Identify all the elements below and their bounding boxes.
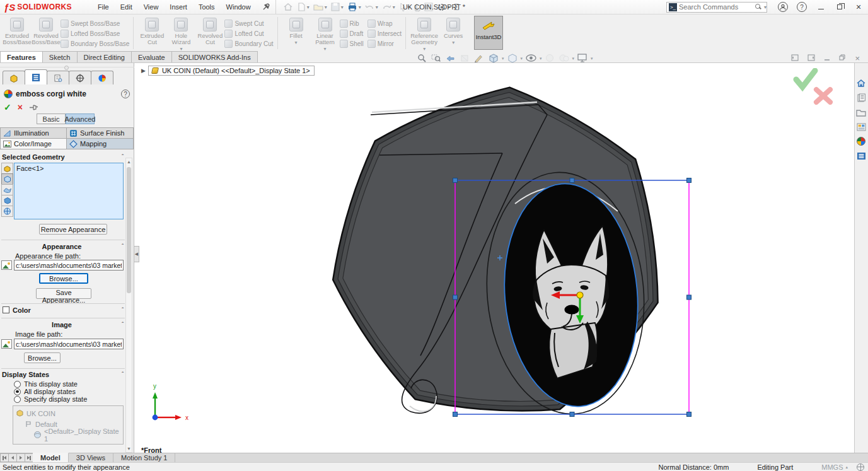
unit-system-caret[interactable]: ▴ <box>845 465 848 470</box>
propertymanager-tab[interactable] <box>25 69 47 84</box>
radio-this-display-state[interactable]: This display state <box>14 380 78 388</box>
minimize-button[interactable] <box>811 0 830 14</box>
filter-body-icon[interactable] <box>1 195 13 206</box>
menu-tools[interactable]: Tools <box>193 1 221 13</box>
tab-sketch[interactable]: Sketch <box>42 51 78 62</box>
scroll-up-icon[interactable]: ▲ <box>126 158 132 165</box>
selection-handle[interactable] <box>687 295 692 299</box>
radio-dot[interactable] <box>14 388 21 395</box>
lofted-cut-button[interactable]: Lofted Cut <box>224 28 273 38</box>
property-help-icon[interactable]: ? <box>121 90 130 98</box>
tab-direct-editing[interactable]: Direct Editing <box>77 51 132 62</box>
save-appearance-button[interactable]: Save Appearance... <box>36 288 91 299</box>
open-document-button[interactable]: ▾ <box>313 3 327 11</box>
fillet-button[interactable]: Fillet ▾ <box>282 16 311 46</box>
tree-item-display-state[interactable]: <Default>_Display State 1 <box>16 429 120 440</box>
instant3d-button[interactable]: Instant3D <box>474 16 503 50</box>
redo-button[interactable]: ▾ <box>382 3 395 11</box>
search-icon[interactable] <box>755 4 761 10</box>
extruded-cut-button[interactable]: Extruded Cut <box>137 16 166 45</box>
reference-geometry-button[interactable]: Reference Geometry ▾ <box>410 16 439 52</box>
featuremanager-tab[interactable] <box>3 71 25 84</box>
ok-check-button[interactable]: ✓ <box>4 102 11 112</box>
selection-handle[interactable] <box>570 412 574 417</box>
search-input[interactable] <box>679 3 755 11</box>
file-explorer-icon[interactable] <box>855 105 867 119</box>
unit-system-selector[interactable]: MMGS <box>821 463 843 471</box>
hide-show-items-icon[interactable] <box>526 54 536 63</box>
display-states-header[interactable]: Display States <box>2 371 49 378</box>
image-path-input[interactable] <box>14 339 124 349</box>
lofted-boss-base-button[interactable]: Lofted Boss/Base <box>61 28 129 38</box>
basic-mode-button[interactable]: Basic <box>37 113 66 124</box>
image-browse-button[interactable]: Browse... <box>24 352 61 363</box>
extruded-boss-base-button[interactable]: Extruded Boss/Base <box>3 16 32 45</box>
next-tab-button[interactable] <box>16 453 25 462</box>
tab-illumination[interactable]: Illumination <box>0 127 67 139</box>
properties-button[interactable] <box>424 3 433 11</box>
panel-splitter-handle[interactable] <box>0 67 134 69</box>
menu-file[interactable]: File <box>92 1 115 13</box>
apply-scene-caret[interactable]: ▾ <box>572 56 575 61</box>
tab-evaluate[interactable]: Evaluate <box>131 51 172 62</box>
selected-face-item[interactable]: Face<1> <box>16 165 121 172</box>
wrap-button[interactable]: Wrap <box>367 18 402 28</box>
zoom-to-area-icon[interactable] <box>431 54 441 64</box>
print-button[interactable]: ▾ <box>347 3 361 11</box>
menu-insert[interactable]: Insert <box>164 1 193 13</box>
intersect-button[interactable]: Intersect <box>367 28 402 38</box>
apply-scene-icon[interactable] <box>559 54 569 64</box>
search-commands-box[interactable]: >_ ▾ <box>666 2 767 13</box>
dynamic-annotation-icon[interactable] <box>474 54 483 64</box>
breadcrumb-box[interactable]: UK COIN (Default) <<Default>_Display Sta… <box>148 66 315 76</box>
zoom-to-fit-icon[interactable] <box>417 54 426 64</box>
scroll-down-icon[interactable]: ▼ <box>126 445 132 452</box>
image-header[interactable]: Image <box>0 321 124 329</box>
undo-button[interactable]: ▾ <box>365 3 378 11</box>
previous-tab-button[interactable] <box>8 453 17 462</box>
tab-features[interactable]: Features <box>0 51 43 62</box>
remove-appearance-button[interactable]: Remove Appearance <box>39 224 107 235</box>
rib-button[interactable]: Rib <box>340 18 364 28</box>
tab-solidworks-add-ins[interactable]: SOLIDWORKS Add-Ins <box>171 51 258 62</box>
color-checkbox[interactable] <box>3 306 9 313</box>
doc-restore-icon[interactable] <box>839 54 846 62</box>
display-states-collapse-icon[interactable]: ˆ <box>122 371 124 377</box>
filter-face-icon[interactable] <box>1 173 13 185</box>
close-button[interactable]: × <box>849 0 868 14</box>
tab-color-image[interactable]: Color/Image <box>0 138 67 149</box>
tab-motion-study[interactable]: Motion Study 1 <box>113 453 175 462</box>
revolved-boss-base-button[interactable]: Revolved Boss/Base <box>32 16 61 45</box>
appearance-browse-button[interactable]: Browse... <box>39 273 88 284</box>
new-document-button[interactable]: ▾ <box>297 2 310 12</box>
attachment-icon[interactable] <box>414 3 420 12</box>
curves-caret[interactable]: ▾ <box>452 40 454 46</box>
hide-show-items-caret[interactable]: ▾ <box>540 56 542 61</box>
cancel-x-button[interactable]: × <box>18 102 23 112</box>
radio-specify-display-state[interactable]: Specify display state <box>14 395 87 403</box>
selected-geometry-collapse-icon[interactable]: ˆ <box>122 153 124 160</box>
open-document-caret[interactable]: ▾ <box>325 4 327 10</box>
appearances-scenes-icon[interactable] <box>855 134 867 148</box>
pane-left-icon[interactable] <box>791 54 799 62</box>
confirm-check-icon[interactable] <box>796 71 815 87</box>
save-caret[interactable]: ▾ <box>341 4 344 10</box>
pin-menu-icon[interactable] <box>262 3 270 11</box>
custom-properties-icon[interactable] <box>855 149 867 163</box>
previous-view-icon[interactable] <box>446 54 455 64</box>
swept-boss-base-button[interactable]: Swept Boss/Base <box>61 18 129 28</box>
cancel-x-icon[interactable] <box>816 90 830 102</box>
pane-right-icon[interactable] <box>807 54 815 62</box>
menu-view[interactable]: View <box>138 1 165 13</box>
appearance-header[interactable]: Appearance <box>0 243 124 250</box>
display-style-caret[interactable]: ▾ <box>521 56 523 61</box>
tab-mapping[interactable]: Mapping <box>66 138 134 149</box>
panel-collapse-arrow[interactable]: ◀ <box>134 246 139 262</box>
edit-appearance-icon[interactable] <box>545 54 554 64</box>
shell-button[interactable]: Shell <box>340 38 364 49</box>
view-settings-caret[interactable]: ▾ <box>591 56 593 61</box>
keep-visible-pin-icon[interactable] <box>29 103 39 112</box>
print-caret[interactable]: ▾ <box>359 4 361 10</box>
revolved-cut-button[interactable]: Revolved Cut <box>195 16 224 45</box>
select-caret[interactable]: ▾ <box>408 4 410 10</box>
